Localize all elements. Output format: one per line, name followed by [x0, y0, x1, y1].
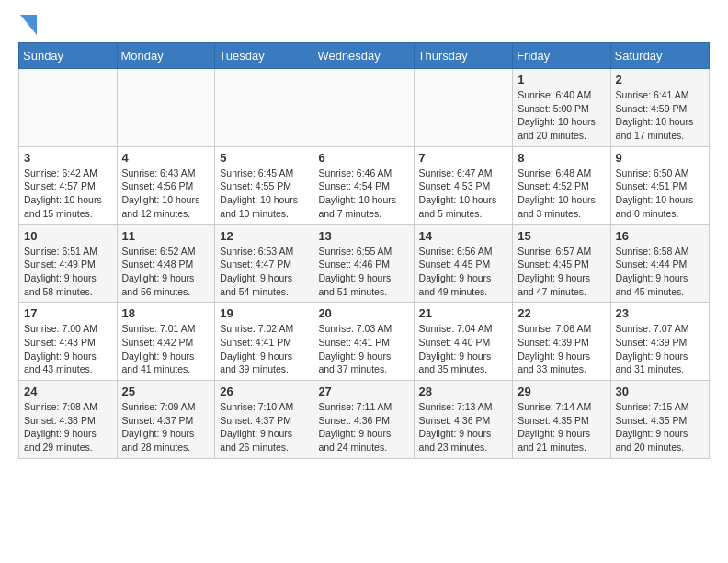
- day-info: Sunrise: 6:50 AM Sunset: 4:51 PM Dayligh…: [616, 167, 704, 221]
- calendar-cell: 15Sunrise: 6:57 AM Sunset: 4:45 PM Dayli…: [513, 224, 610, 303]
- calendar-week-row: 1Sunrise: 6:40 AM Sunset: 5:00 PM Daylig…: [19, 69, 710, 147]
- calendar-cell: 28Sunrise: 7:13 AM Sunset: 4:36 PM Dayli…: [414, 381, 513, 459]
- logo: [18, 15, 37, 31]
- logo-triangle-icon: [20, 15, 37, 35]
- day-number: 4: [122, 151, 210, 165]
- calendar-cell: [414, 69, 513, 147]
- day-number: 21: [419, 306, 508, 320]
- calendar-cell: 4Sunrise: 6:43 AM Sunset: 4:56 PM Daylig…: [117, 146, 215, 224]
- day-info: Sunrise: 7:15 AM Sunset: 4:35 PM Dayligh…: [616, 400, 704, 454]
- day-info: Sunrise: 6:43 AM Sunset: 4:56 PM Dayligh…: [122, 167, 210, 221]
- day-number: 18: [122, 306, 210, 320]
- calendar-header: SundayMondayTuesdayWednesdayThursdayFrid…: [19, 43, 710, 69]
- page-header: [18, 15, 710, 31]
- calendar-week-row: 10Sunrise: 6:51 AM Sunset: 4:49 PM Dayli…: [19, 224, 710, 303]
- calendar-cell: 16Sunrise: 6:58 AM Sunset: 4:44 PM Dayli…: [610, 224, 709, 303]
- day-info: Sunrise: 7:13 AM Sunset: 4:36 PM Dayligh…: [419, 400, 508, 454]
- day-number: 12: [220, 229, 308, 243]
- day-info: Sunrise: 7:03 AM Sunset: 4:41 PM Dayligh…: [318, 322, 408, 376]
- weekday-header: Sunday: [19, 43, 118, 69]
- calendar-cell: 6Sunrise: 6:46 AM Sunset: 4:54 PM Daylig…: [313, 146, 414, 224]
- calendar-week-row: 24Sunrise: 7:08 AM Sunset: 4:38 PM Dayli…: [19, 381, 710, 459]
- day-number: 13: [318, 229, 408, 243]
- calendar-cell: 17Sunrise: 7:00 AM Sunset: 4:43 PM Dayli…: [19, 303, 118, 381]
- calendar-cell: 1Sunrise: 6:40 AM Sunset: 5:00 PM Daylig…: [513, 69, 610, 147]
- day-info: Sunrise: 7:09 AM Sunset: 4:37 PM Dayligh…: [122, 400, 210, 454]
- day-info: Sunrise: 6:52 AM Sunset: 4:48 PM Dayligh…: [122, 245, 210, 299]
- day-info: Sunrise: 6:57 AM Sunset: 4:45 PM Dayligh…: [518, 245, 605, 299]
- day-number: 3: [24, 151, 112, 165]
- day-info: Sunrise: 6:58 AM Sunset: 4:44 PM Dayligh…: [616, 245, 704, 299]
- calendar-cell: [19, 69, 118, 147]
- calendar-cell: 10Sunrise: 6:51 AM Sunset: 4:49 PM Dayli…: [19, 224, 118, 303]
- calendar-cell: 12Sunrise: 6:53 AM Sunset: 4:47 PM Dayli…: [215, 224, 313, 303]
- day-number: 11: [122, 229, 210, 243]
- calendar-cell: [215, 69, 313, 147]
- day-number: 5: [220, 151, 308, 165]
- day-number: 14: [419, 229, 508, 243]
- day-info: Sunrise: 7:06 AM Sunset: 4:39 PM Dayligh…: [518, 322, 605, 376]
- day-number: 6: [318, 151, 408, 165]
- calendar-cell: 5Sunrise: 6:45 AM Sunset: 4:55 PM Daylig…: [215, 146, 313, 224]
- weekday-header: Wednesday: [313, 43, 414, 69]
- day-info: Sunrise: 6:42 AM Sunset: 4:57 PM Dayligh…: [24, 167, 112, 221]
- day-info: Sunrise: 6:41 AM Sunset: 4:59 PM Dayligh…: [616, 88, 704, 143]
- day-number: 20: [318, 306, 408, 320]
- day-info: Sunrise: 6:46 AM Sunset: 4:54 PM Dayligh…: [318, 167, 408, 221]
- weekday-header: Tuesday: [215, 43, 313, 69]
- calendar-cell: 8Sunrise: 6:48 AM Sunset: 4:52 PM Daylig…: [513, 146, 610, 224]
- calendar-cell: 29Sunrise: 7:14 AM Sunset: 4:35 PM Dayli…: [513, 381, 610, 459]
- day-info: Sunrise: 6:56 AM Sunset: 4:45 PM Dayligh…: [419, 245, 508, 299]
- calendar-cell: 18Sunrise: 7:01 AM Sunset: 4:42 PM Dayli…: [117, 303, 215, 381]
- day-number: 10: [24, 229, 112, 243]
- weekday-header: Thursday: [414, 43, 513, 69]
- calendar-cell: 2Sunrise: 6:41 AM Sunset: 4:59 PM Daylig…: [610, 69, 709, 147]
- day-info: Sunrise: 6:47 AM Sunset: 4:53 PM Dayligh…: [419, 167, 508, 221]
- weekday-header: Monday: [117, 43, 215, 69]
- calendar-cell: 22Sunrise: 7:06 AM Sunset: 4:39 PM Dayli…: [513, 303, 610, 381]
- day-number: 2: [616, 73, 704, 86]
- weekday-header: Friday: [513, 43, 610, 69]
- day-info: Sunrise: 6:48 AM Sunset: 4:52 PM Dayligh…: [518, 167, 605, 221]
- calendar-cell: 27Sunrise: 7:11 AM Sunset: 4:36 PM Dayli…: [313, 381, 414, 459]
- calendar-cell: 26Sunrise: 7:10 AM Sunset: 4:37 PM Dayli…: [215, 381, 313, 459]
- svg-marker-0: [20, 15, 37, 35]
- day-number: 26: [220, 385, 308, 398]
- day-number: 30: [616, 385, 704, 398]
- day-number: 24: [24, 385, 112, 398]
- day-info: Sunrise: 6:51 AM Sunset: 4:49 PM Dayligh…: [24, 245, 112, 299]
- day-info: Sunrise: 6:45 AM Sunset: 4:55 PM Dayligh…: [220, 167, 308, 221]
- day-number: 15: [518, 229, 605, 243]
- day-info: Sunrise: 7:04 AM Sunset: 4:40 PM Dayligh…: [419, 322, 508, 376]
- day-number: 19: [220, 306, 308, 320]
- day-info: Sunrise: 7:07 AM Sunset: 4:39 PM Dayligh…: [616, 322, 704, 376]
- day-number: 9: [616, 151, 704, 165]
- day-number: 7: [419, 151, 508, 165]
- day-info: Sunrise: 7:08 AM Sunset: 4:38 PM Dayligh…: [24, 400, 112, 454]
- calendar-cell: 11Sunrise: 6:52 AM Sunset: 4:48 PM Dayli…: [117, 224, 215, 303]
- day-info: Sunrise: 6:40 AM Sunset: 5:00 PM Dayligh…: [518, 88, 605, 143]
- calendar-week-row: 3Sunrise: 6:42 AM Sunset: 4:57 PM Daylig…: [19, 146, 710, 224]
- calendar-cell: 25Sunrise: 7:09 AM Sunset: 4:37 PM Dayli…: [117, 381, 215, 459]
- day-info: Sunrise: 7:00 AM Sunset: 4:43 PM Dayligh…: [24, 322, 112, 376]
- day-number: 25: [122, 385, 210, 398]
- day-number: 28: [419, 385, 508, 398]
- day-info: Sunrise: 6:53 AM Sunset: 4:47 PM Dayligh…: [220, 245, 308, 299]
- day-number: 1: [518, 73, 605, 86]
- day-number: 8: [518, 151, 605, 165]
- day-info: Sunrise: 7:02 AM Sunset: 4:41 PM Dayligh…: [220, 322, 308, 376]
- calendar-cell: 3Sunrise: 6:42 AM Sunset: 4:57 PM Daylig…: [19, 146, 118, 224]
- day-info: Sunrise: 7:11 AM Sunset: 4:36 PM Dayligh…: [318, 400, 408, 454]
- calendar-cell: 24Sunrise: 7:08 AM Sunset: 4:38 PM Dayli…: [19, 381, 118, 459]
- day-info: Sunrise: 6:55 AM Sunset: 4:46 PM Dayligh…: [318, 245, 408, 299]
- calendar-cell: 30Sunrise: 7:15 AM Sunset: 4:35 PM Dayli…: [610, 381, 709, 459]
- calendar-cell: 13Sunrise: 6:55 AM Sunset: 4:46 PM Dayli…: [313, 224, 414, 303]
- calendar-cell: 21Sunrise: 7:04 AM Sunset: 4:40 PM Dayli…: [414, 303, 513, 381]
- day-number: 17: [24, 306, 112, 320]
- day-number: 22: [518, 306, 605, 320]
- calendar-cell: 7Sunrise: 6:47 AM Sunset: 4:53 PM Daylig…: [414, 146, 513, 224]
- day-number: 29: [518, 385, 605, 398]
- day-number: 16: [616, 229, 704, 243]
- day-info: Sunrise: 7:14 AM Sunset: 4:35 PM Dayligh…: [518, 400, 605, 454]
- day-info: Sunrise: 7:01 AM Sunset: 4:42 PM Dayligh…: [122, 322, 210, 376]
